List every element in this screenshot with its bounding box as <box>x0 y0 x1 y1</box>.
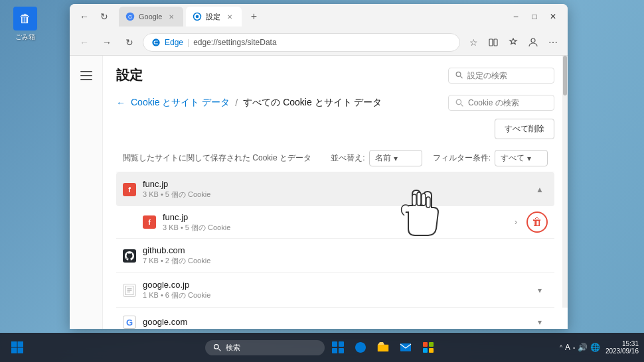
nav-forward-button[interactable]: → <box>98 33 116 52</box>
svg-point-26 <box>214 344 219 349</box>
recycle-bin-icon: 🗑 <box>13 7 37 30</box>
sub-item-func[interactable]: f func.jp 3 KB • 5 個の Cookie › 🗑 <box>116 206 554 238</box>
more-button[interactable]: ⋯ <box>544 33 562 52</box>
taskbar-search[interactable]: 検索 <box>205 340 325 355</box>
tray-volume-icon[interactable]: 🔊 <box>578 343 588 352</box>
tab-google-close[interactable]: ✕ <box>166 11 177 22</box>
svg-rect-24 <box>11 348 17 354</box>
tabs-area: G Google ✕ 設定 ✕ <box>119 7 504 27</box>
svg-rect-35 <box>423 348 428 353</box>
back-button[interactable]: ← <box>75 7 94 26</box>
site-name-func: func.jp <box>143 179 525 189</box>
sort-label: 並べ替え: <box>331 152 364 164</box>
nav-refresh-button[interactable]: ↻ <box>120 33 139 52</box>
settings-header: 設定 <box>103 56 568 90</box>
tray-chevron[interactable]: ^ <box>560 344 562 351</box>
desktop: 🗑 ごみ箱 ← ↻ G Google <box>0 0 644 362</box>
cookie-search-box[interactable] <box>448 95 554 111</box>
settings-sidebar <box>70 56 103 329</box>
desktop-icon-recycle[interactable]: 🗑 ごみ箱 <box>5 7 45 42</box>
svg-rect-23 <box>18 341 24 347</box>
site-info-func: func.jp 3 KB • 5 個の Cookie <box>143 179 525 200</box>
site-actions-googlecojp: ▾ <box>532 282 548 298</box>
collapse-func-icon[interactable]: ▲ <box>532 182 548 198</box>
sub-info-func: func.jp 3 KB • 5 個の Cookie <box>163 212 501 233</box>
taskbar-search-icon <box>213 343 222 352</box>
star-button[interactable]: ☆ <box>464 33 483 52</box>
svg-rect-32 <box>400 343 411 351</box>
maximize-button[interactable]: □ <box>525 7 544 26</box>
desktop-icon-label: ごみ箱 <box>15 32 35 42</box>
new-tab-button[interactable]: + <box>244 7 263 26</box>
site-name-github: github.com <box>143 245 541 255</box>
site-row-func-parent[interactable]: f func.jp 3 KB • 5 個の Cookie ▲ <box>116 172 554 206</box>
minimize-button[interactable]: – <box>507 7 525 26</box>
svg-rect-9 <box>80 79 92 80</box>
svg-rect-30 <box>332 348 337 353</box>
settings-search-input[interactable] <box>467 71 547 80</box>
windows-start-button[interactable] <box>5 335 29 359</box>
window-nav-left: ← ↻ <box>75 7 114 26</box>
tab-google[interactable]: G Google ✕ <box>119 7 183 27</box>
close-button[interactable]: ✕ <box>544 7 562 26</box>
title-bar: ← ↻ G Google ✕ <box>70 4 568 29</box>
sort-select[interactable]: 名前 ▾ <box>369 150 422 166</box>
svg-rect-5 <box>494 39 497 46</box>
sub-favicon-func: f <box>143 215 156 229</box>
tab-settings-close[interactable]: ✕ <box>224 11 235 22</box>
delete-all-button[interactable]: すべて削除 <box>495 119 554 139</box>
breadcrumb-link[interactable]: Cookie とサイト データ <box>131 97 230 109</box>
taskbar-mail-icon[interactable] <box>395 337 416 358</box>
site-favicon-googlecojp <box>123 284 136 297</box>
site-name-googlecojp: google.co.jp <box>143 280 525 290</box>
site-group-googlecojp: google.co.jp 1 KB • 6 個の Cookie ▾ <box>116 272 554 307</box>
delete-func-button[interactable]: 🗑 <box>526 211 548 233</box>
tray-network-icon[interactable]: 🌐 <box>590 343 600 352</box>
taskbar-store-icon[interactable] <box>418 337 439 358</box>
browser-window: ← ↻ G Google ✕ <box>70 4 568 329</box>
sort-chevron-icon: ▾ <box>394 154 398 163</box>
breadcrumb-back-arrow[interactable]: ← <box>116 97 125 108</box>
site-info-googlecom: google.com <box>143 317 525 328</box>
favorites-button[interactable] <box>504 33 523 52</box>
taskbar-edge-icon[interactable] <box>350 337 371 358</box>
settings-content: 設定 ← Cookie とサイト データ / <box>70 56 568 329</box>
refresh-button[interactable]: ↻ <box>95 7 114 26</box>
svg-point-12 <box>456 99 461 104</box>
tray-dot-icon[interactable]: • <box>573 345 575 351</box>
address-separator: | <box>187 38 189 47</box>
site-group-googlecom: G google.com ▾ <box>116 307 554 329</box>
site-row-googlecojp[interactable]: google.co.jp 1 KB • 6 個の Cookie ▾ <box>116 273 554 307</box>
svg-rect-28 <box>332 341 337 347</box>
svg-line-11 <box>461 76 463 78</box>
sub-arrow-func-icon[interactable]: › <box>508 214 524 230</box>
taskbar-search-label: 検索 <box>226 343 240 353</box>
expand-googlecom-icon[interactable]: ▾ <box>532 314 548 329</box>
svg-point-10 <box>456 72 461 77</box>
tray-keyboard-icon[interactable]: A <box>565 343 570 352</box>
filter-chevron-icon: ▾ <box>527 154 531 163</box>
sidebar-menu-button[interactable] <box>74 64 98 88</box>
address-bar: ← → ↻ Edge | edge://settings/siteData ☆ <box>70 29 568 56</box>
nav-back-button[interactable]: ← <box>75 33 94 52</box>
profile-button[interactable] <box>524 33 542 52</box>
taskbar-widget-icon[interactable] <box>327 337 349 358</box>
cookie-search-input[interactable] <box>468 98 541 107</box>
reading-mode-button[interactable] <box>484 33 503 52</box>
taskbar-explorer-icon[interactable] <box>372 337 394 358</box>
taskbar-clock[interactable]: 15:31 2023/09/16 <box>605 340 639 355</box>
scrollbar-track[interactable] <box>562 56 568 308</box>
sub-meta-func: 3 KB • 5 個の Cookie <box>163 223 501 233</box>
scrollbar-thumb[interactable] <box>563 56 567 95</box>
settings-search-box[interactable] <box>448 68 554 84</box>
tab-settings[interactable]: 設定 ✕ <box>186 7 242 27</box>
taskbar-date-value: 2023/09/16 <box>605 347 639 355</box>
address-input[interactable]: Edge | edge://settings/siteData <box>143 33 460 52</box>
site-row-github[interactable]: github.com 7 KB • 2 個の Cookie <box>116 239 554 272</box>
expand-googlecojp-icon[interactable]: ▾ <box>532 282 548 298</box>
site-row-googlecom[interactable]: G google.com ▾ <box>116 308 554 329</box>
site-info-github: github.com 7 KB • 2 個の Cookie <box>143 245 541 266</box>
breadcrumb: ← Cookie とサイト データ / すべての Cookie とサイト データ <box>116 97 382 109</box>
filter-select[interactable]: すべて ▾ <box>495 150 548 166</box>
breadcrumb-current: すべての Cookie とサイト データ <box>243 97 382 109</box>
